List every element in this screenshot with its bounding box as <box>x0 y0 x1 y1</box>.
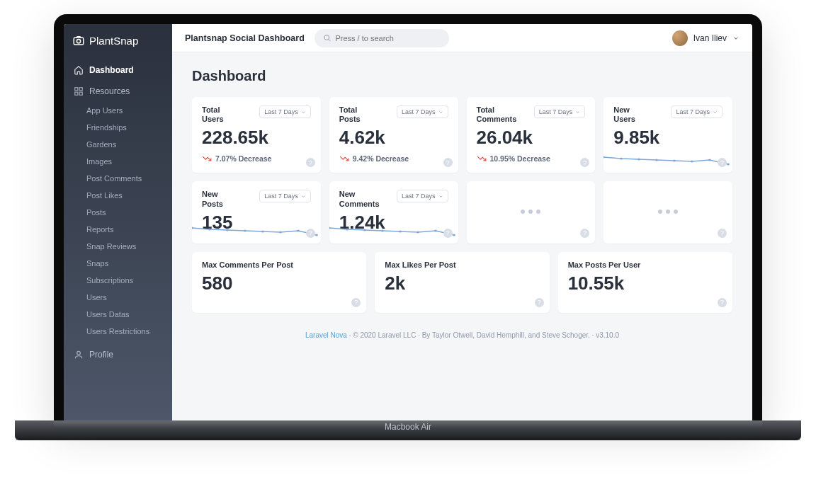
main: Dashboard Total UsersLast 7 Days228.65k7… <box>172 52 752 369</box>
help-icon[interactable]: ? <box>718 298 727 307</box>
svg-point-14 <box>691 161 693 163</box>
sparkline <box>329 219 458 244</box>
sparkline <box>604 149 732 173</box>
help-icon[interactable]: ? <box>718 229 727 238</box>
svg-line-8 <box>329 40 330 41</box>
kpi-value: 4.62k <box>339 127 448 149</box>
help-icon[interactable]: ? <box>351 298 361 307</box>
grid-icon <box>74 86 84 96</box>
svg-point-23 <box>297 229 300 231</box>
kpi-value: 580 <box>202 273 356 294</box>
topbar: Plantsnap Social Dashboard Ivan Iliev <box>172 24 752 52</box>
svg-rect-5 <box>79 92 82 95</box>
camera-icon <box>72 34 85 47</box>
svg-point-12 <box>655 159 658 161</box>
kpi-title: Max Comments Per Post <box>202 260 293 270</box>
avatar <box>672 30 688 46</box>
svg-point-11 <box>638 159 640 161</box>
sidebar-item-dashboard[interactable]: Dashboard <box>64 59 172 81</box>
sidebar-item-label: Dashboard <box>89 65 134 75</box>
sidebar-sub-item[interactable]: Images <box>64 153 172 170</box>
home-icon <box>74 65 84 75</box>
help-icon[interactable]: ? <box>535 298 544 307</box>
help-icon[interactable]: ? <box>580 229 589 238</box>
search-field[interactable] <box>335 34 440 42</box>
trend: 7.07% Decrease <box>202 154 311 163</box>
breadcrumb: Plantsnap Social Dashboard <box>185 33 305 43</box>
kpi-title: New Posts <box>202 190 241 208</box>
svg-point-28 <box>381 229 384 231</box>
help-icon[interactable]: ? <box>443 158 453 167</box>
help-icon[interactable]: ? <box>443 229 453 238</box>
help-icon[interactable]: ? <box>306 229 315 238</box>
sidebar-sub-item[interactable]: Snaps <box>64 255 172 272</box>
sidebar-sub-item[interactable]: Post Likes <box>64 187 172 204</box>
chevron-down-icon <box>438 194 443 199</box>
loading-indicator <box>477 190 586 233</box>
range-selector[interactable]: Last 7 Days <box>259 190 311 202</box>
sidebar-sub-item[interactable]: Reports <box>64 221 172 238</box>
user-menu[interactable]: Ivan Iliev <box>672 30 740 46</box>
sidebar-sub-item[interactable]: App Users <box>64 102 172 119</box>
svg-point-15 <box>708 159 711 161</box>
footer: Laravel Nova · © 2020 Laravel LLC · By T… <box>192 326 732 353</box>
kpi-card: Total PostsLast 7 Days4.62k9.42% Decreas… <box>329 97 458 173</box>
chevron-down-icon <box>438 110 443 115</box>
svg-point-21 <box>261 230 264 232</box>
svg-point-22 <box>279 231 282 233</box>
sidebar-sub-item[interactable]: Gardens <box>64 136 172 153</box>
sidebar-sub-item[interactable]: Posts <box>64 204 172 221</box>
kpi-card: Total UsersLast 7 Days228.65k7.07% Decre… <box>192 97 321 173</box>
svg-point-9 <box>604 156 605 159</box>
sidebar-sub-item[interactable]: Snap Reviews <box>64 238 172 255</box>
trend: 9.42% Decrease <box>339 154 448 163</box>
kpi-value: 2k <box>385 273 539 294</box>
help-icon[interactable]: ? <box>580 158 589 167</box>
chevron-down-icon <box>732 35 740 42</box>
sidebar-sub-item[interactable]: Friendships <box>64 119 172 136</box>
range-selector[interactable]: Last 7 Days <box>397 105 448 118</box>
range-selector[interactable]: Last 7 Days <box>671 105 722 118</box>
sidebar-sub-item[interactable]: Users <box>64 289 172 306</box>
device-label: Macbook Air <box>15 420 801 440</box>
sidebar-item-resources[interactable]: Resources <box>64 81 172 102</box>
search-input[interactable] <box>314 29 449 47</box>
kpi-value: 228.65k <box>202 127 311 149</box>
kpi-title: Total Posts <box>339 105 378 124</box>
sidebar-sub-item[interactable]: Subscriptions <box>64 272 172 289</box>
footer-link[interactable]: Laravel Nova <box>305 331 347 339</box>
sidebar-sub-item[interactable]: Post Comments <box>64 170 172 187</box>
kpi-value: 9.85k <box>613 127 722 149</box>
kpi-card: New UsersLast 7 Days9.85k? <box>604 97 732 173</box>
svg-point-27 <box>363 229 366 231</box>
search-icon <box>323 33 332 42</box>
svg-point-25 <box>329 227 331 229</box>
svg-point-19 <box>226 229 229 231</box>
svg-point-29 <box>399 230 402 232</box>
kpi-card: Max Comments Per Post580? <box>192 252 366 313</box>
sidebar-sub-item[interactable]: Users Datas <box>64 306 172 323</box>
kpi-card: ? <box>604 181 732 243</box>
sidebar-item-label: Resources <box>89 86 130 96</box>
loading-indicator <box>613 190 722 233</box>
sidebar-sub-item[interactable]: Users Restrictions <box>64 323 172 340</box>
kpi-card: ? <box>467 181 596 243</box>
brand-name: PlantSnap <box>89 35 138 47</box>
kpi-value: 26.04k <box>477 127 586 149</box>
range-selector[interactable]: Last 7 Days <box>259 105 311 118</box>
range-selector[interactable]: Last 7 Days <box>397 190 448 202</box>
svg-point-30 <box>416 231 419 233</box>
help-icon[interactable]: ? <box>306 158 315 167</box>
app-window: PlantSnap Dashboard Resources App UsersF… <box>64 24 752 420</box>
kpi-title: Max Likes Per Post <box>385 260 455 270</box>
chevron-down-icon <box>575 110 580 115</box>
chevron-down-icon <box>713 110 718 115</box>
kpi-card: Total CommentsLast 7 Days26.04k10.95% De… <box>467 97 596 173</box>
sidebar-item-profile[interactable]: Profile <box>64 344 172 365</box>
sparkline <box>192 219 321 244</box>
svg-point-10 <box>620 158 623 160</box>
svg-point-13 <box>673 160 676 162</box>
range-selector[interactable]: Last 7 Days <box>534 105 586 118</box>
user-icon <box>74 350 84 360</box>
sidebar: PlantSnap Dashboard Resources App UsersF… <box>64 24 172 420</box>
